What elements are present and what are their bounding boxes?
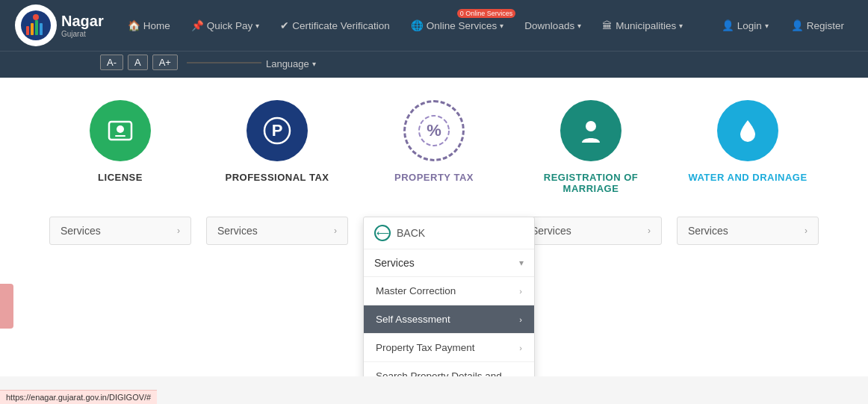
self-assessment-chevron: › [519,315,522,324]
water-services-chevron: › [805,226,807,236]
license-service-box: Services › [42,217,199,245]
quickpay-dropdown-icon: ▾ [255,22,259,30]
marriage-services-chevron: › [648,226,651,236]
navbar: Nagar Gujarat 🏠 Home 📌 Quick Pay ▾ ✔ Cer… [0,0,868,51]
downloads-dropdown-icon: ▾ [577,22,581,30]
register-icon: 👤 [791,19,804,31]
back-label: BACK [397,227,425,239]
login-dropdown-icon: ▾ [765,22,769,30]
quickpay-icon: 📌 [191,19,204,31]
logo-text: Nagar [61,13,104,29]
cert-icon: ✔ [280,19,289,31]
nav-quickpay[interactable]: 📌 Quick Pay ▾ [182,13,269,37]
municipalities-dropdown-icon: ▾ [679,22,683,30]
logo-sub: Gujarat [61,30,104,38]
svg-text:P: P [272,121,283,140]
marriage-services-button[interactable]: Services › [520,217,662,245]
professional-tax-service-box: Services › [199,217,356,245]
svg-rect-8 [115,135,125,137]
language-dropdown-icon: ▾ [312,60,316,68]
svg-point-7 [117,125,124,133]
services-header-chevron: ▾ [519,258,524,268]
dropdown-self-assessment[interactable]: Self Assessment › [364,305,534,334]
svg-text:%: % [427,121,441,140]
dropdown-property-tax-payment[interactable]: Property Tax Payment › [364,334,534,362]
font-medium-button[interactable]: A [128,55,148,70]
property-dropdown-header: Services ▾ [364,249,534,277]
category-professional-tax[interactable]: P PROFESSIONAL TAX [199,100,356,183]
marriage-label: REGISTRATION OF MARRIAGE [520,172,662,194]
home-icon: 🏠 [128,19,140,31]
property-tax-label: PROPERTY TAX [394,172,474,183]
property-tax-payment-chevron: › [519,344,522,352]
nav-login[interactable]: 👤 Login ▾ [713,13,778,37]
online-services-dropdown-icon: ▾ [500,22,503,30]
main-content: LICENSE P PROFESSIONAL TAX % PROPERTY TA… [0,78,868,376]
license-services-button[interactable]: Services › [49,217,191,245]
svg-point-13 [586,121,596,131]
nav-downloads[interactable]: Downloads ▾ [515,14,590,37]
back-icon: ⟵ [374,225,391,241]
svg-rect-3 [35,20,38,35]
license-services-chevron: › [177,226,180,236]
marriage-service-box: Services › [512,217,669,245]
services-header-label: Services [374,257,415,269]
language-selector[interactable]: Language ▾ [266,58,316,69]
font-language-bar: A- A A+ Language ▾ [0,51,868,78]
water-drainage-label: WATER AND DRAINAGE [688,172,807,183]
category-property-tax[interactable]: % PROPERTY TAX [356,100,512,183]
services-row: Services › Services › ⟵ BACK Services ▾ [30,217,838,245]
font-bar-divider [187,62,261,63]
svg-rect-1 [26,26,29,35]
nav-online-services[interactable]: 🌐 Online Services ▾ 0 Online Services [402,13,513,37]
water-services-button[interactable]: Services › [677,217,819,245]
category-water-drainage[interactable]: WATER AND DRAINAGE [669,100,826,183]
professional-tax-label: PROFESSIONAL TAX [226,172,329,183]
category-icons-row: LICENSE P PROFESSIONAL TAX % PROPERTY TA… [30,100,838,194]
category-license[interactable]: LICENSE [42,100,199,183]
nav-right: 👤 Login ▾ 👤 Register [713,13,853,37]
nav-register[interactable]: 👤 Register [782,13,853,37]
nav-links: 🏠 Home 📌 Quick Pay ▾ ✔ Certificate Verif… [119,13,713,37]
nav-home[interactable]: 🏠 Home [119,13,179,37]
category-marriage[interactable]: REGISTRATION OF MARRIAGE [512,100,669,194]
property-tax-dropdown: ⟵ BACK Services ▾ Master Correction › Se… [363,217,535,376]
license-icon-circle [90,100,151,161]
back-button[interactable]: ⟵ BACK [364,217,534,249]
online-services-icon: 🌐 [411,19,424,31]
professional-tax-services-chevron: › [334,226,337,236]
master-correction-chevron: › [519,287,522,296]
dropdown-master-correction[interactable]: Master Correction › [364,277,534,305]
nav-certificate[interactable]: ✔ Certificate Verification [271,13,399,37]
logo-circle [15,4,57,46]
language-label: Language [266,58,309,69]
svg-point-5 [33,14,39,20]
online-services-badge: 0 Online Services [457,9,516,18]
marriage-icon-circle [560,100,621,161]
municipalities-icon: 🏛 [602,20,613,31]
water-drainage-icon-circle [717,100,778,161]
font-small-button[interactable]: A- [100,55,123,70]
license-label: LICENSE [98,172,143,183]
logo[interactable]: Nagar Gujarat [15,4,104,46]
login-icon: 👤 [722,19,734,31]
svg-rect-4 [40,23,43,35]
professional-tax-icon-circle: P [247,100,308,161]
water-service-box: Services › [669,217,826,245]
svg-rect-2 [31,23,34,35]
left-accent-strip [0,284,13,329]
nav-municipalities[interactable]: 🏛 Municipalities ▾ [593,14,692,37]
property-tax-icon-circle: % [403,100,465,161]
font-large-button[interactable]: A+ [152,55,178,70]
professional-tax-services-button[interactable]: Services › [206,217,348,245]
dropdown-search-property[interactable]: Search Property Details and [364,362,534,376]
